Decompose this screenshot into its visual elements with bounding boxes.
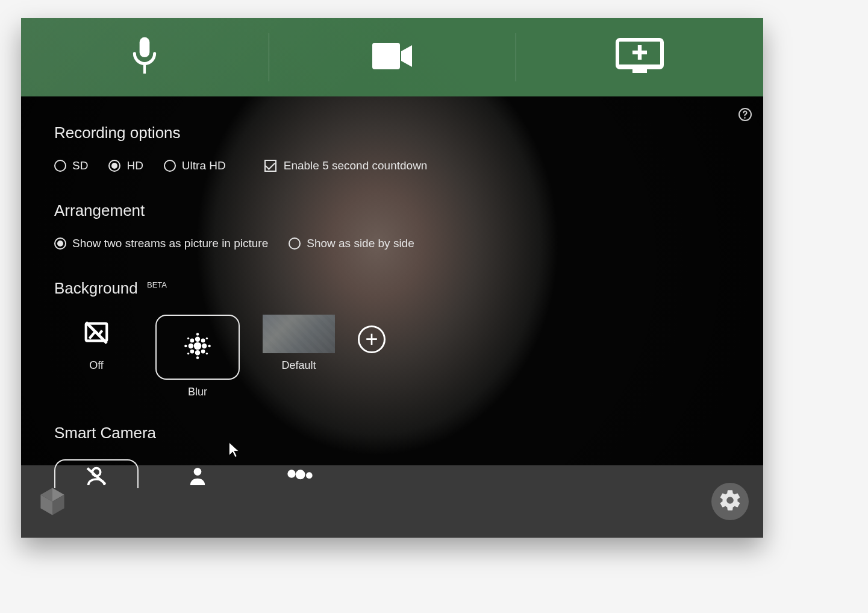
radio-label: SD — [72, 159, 88, 172]
svg-point-9 — [744, 117, 745, 118]
tile-label: Off — [89, 359, 104, 372]
people-icon — [284, 468, 313, 486]
svg-point-34 — [306, 472, 313, 479]
tile-label: Blur — [188, 386, 207, 398]
svg-point-32 — [287, 470, 295, 477]
svg-point-19 — [190, 350, 195, 354]
svg-point-26 — [206, 338, 208, 339]
radio-label: Show as side by side — [307, 237, 414, 250]
settings-panel: Recording options SD HD Ultra HD Enable … — [21, 96, 763, 465]
svg-rect-7 — [632, 51, 647, 54]
svg-rect-1 — [143, 64, 146, 74]
svg-point-20 — [201, 350, 205, 354]
tile-label: Default — [281, 359, 316, 372]
svg-point-25 — [187, 338, 189, 339]
checkbox-label: Enable 5 second countdown — [284, 159, 428, 172]
svg-point-31 — [194, 468, 202, 476]
radio-sidebyside[interactable]: Show as side by side — [289, 237, 414, 250]
radio-pip[interactable]: Show two streams as picture in picture — [54, 237, 268, 250]
radio-sd[interactable]: SD — [54, 159, 88, 172]
section-title-arrangement: Arrangement — [54, 201, 730, 220]
plus-icon — [365, 329, 378, 350]
radio-hd[interactable]: HD — [108, 159, 143, 172]
svg-point-16 — [195, 350, 200, 355]
add-background-button[interactable] — [358, 325, 386, 353]
tab-audio[interactable] — [21, 18, 269, 96]
svg-rect-5 — [632, 69, 647, 73]
person-off-icon — [84, 466, 108, 489]
radio-label: HD — [126, 159, 143, 172]
default-bg-thumb-icon — [263, 315, 335, 353]
no-image-icon — [83, 319, 110, 349]
smartcam-multi[interactable] — [257, 459, 341, 495]
microphone-icon — [130, 36, 160, 79]
svg-point-12 — [194, 342, 202, 350]
svg-point-27 — [187, 353, 189, 354]
help-icon[interactable] — [738, 107, 752, 122]
svg-rect-0 — [140, 37, 150, 57]
svg-point-17 — [190, 339, 195, 343]
svg-point-15 — [195, 337, 200, 342]
svg-point-23 — [196, 333, 199, 335]
svg-point-33 — [296, 470, 305, 479]
topbar — [21, 18, 763, 96]
background-blur[interactable]: Blur — [155, 315, 240, 398]
background-default[interactable]: Default — [257, 315, 341, 372]
svg-point-13 — [189, 344, 193, 348]
svg-point-18 — [201, 339, 205, 343]
recorder-window: Recording options SD HD Ultra HD Enable … — [21, 18, 763, 538]
blur-icon — [181, 329, 214, 365]
svg-rect-4 — [618, 64, 661, 68]
beta-badge: BETA — [147, 280, 167, 289]
tab-screen[interactable] — [516, 18, 763, 96]
svg-point-14 — [202, 344, 207, 348]
video-camera-icon — [372, 43, 412, 72]
checkbox-countdown[interactable]: Enable 5 second countdown — [264, 159, 428, 172]
smartcam-single[interactable] — [155, 459, 240, 495]
background-off[interactable]: Off — [54, 315, 139, 372]
radio-label: Show two streams as picture in picture — [72, 237, 268, 250]
svg-point-28 — [206, 353, 208, 354]
radio-ultrahd[interactable]: Ultra HD — [164, 159, 226, 172]
radio-label: Ultra HD — [182, 159, 226, 172]
add-screen-icon — [616, 38, 664, 77]
section-title-recording: Recording options — [54, 124, 730, 142]
svg-point-22 — [208, 345, 210, 347]
svg-point-24 — [196, 356, 199, 359]
tab-video[interactable] — [269, 18, 516, 96]
person-icon — [189, 467, 206, 488]
svg-rect-2 — [372, 43, 400, 69]
section-title-smartcamera: Smart Camera — [54, 424, 730, 442]
svg-point-21 — [184, 345, 187, 347]
smartcam-off[interactable] — [54, 459, 139, 488]
section-title-background: Background BETA — [54, 279, 730, 298]
